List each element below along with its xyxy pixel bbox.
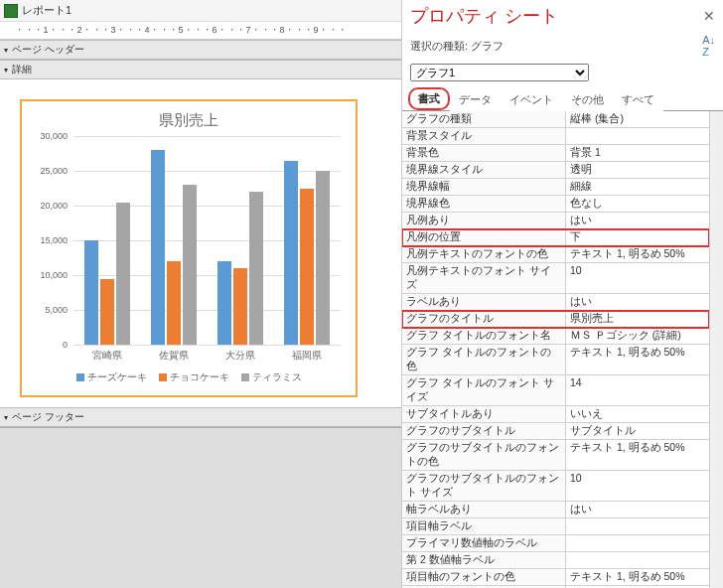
- object-selector[interactable]: グラフ1: [410, 64, 715, 81]
- property-name: 背景スタイル: [402, 128, 566, 144]
- property-row[interactable]: 凡例の位置下: [402, 229, 709, 246]
- y-axis: 05,00010,00015,00020,00025,00030,000: [32, 136, 72, 345]
- property-grid[interactable]: グラフの種類縦棒 (集合)背景スタイル背景色背景 1境界線スタイル透明境界線幅細…: [402, 111, 709, 588]
- property-name: グラフ タイトルのフォント名: [402, 328, 566, 344]
- property-value[interactable]: 背景 1: [566, 145, 709, 161]
- property-value[interactable]: 県別売上: [566, 311, 709, 327]
- property-value[interactable]: サブタイトル: [566, 423, 709, 439]
- property-row[interactable]: グラフ タイトルのフォントの色テキスト 1, 明るめ 50%: [402, 345, 709, 375]
- bar: [233, 268, 247, 345]
- property-value[interactable]: はい: [566, 213, 709, 228]
- property-value[interactable]: [566, 128, 709, 144]
- bar: [316, 171, 330, 345]
- bar: [84, 240, 98, 345]
- property-row[interactable]: ラベルありはい: [402, 294, 709, 311]
- section-page-header[interactable]: ▾ ページ ヘッダー: [0, 40, 401, 60]
- property-value[interactable]: 縦棒 (集合): [566, 111, 709, 127]
- property-row[interactable]: 項目軸ラベル: [402, 518, 709, 535]
- property-value[interactable]: テキスト 1, 明るめ 50%: [566, 440, 709, 470]
- property-value[interactable]: 10: [566, 471, 709, 501]
- detail-design-surface[interactable]: 県別売上 05,00010,00015,00020,00025,00030,00…: [0, 79, 401, 407]
- property-value[interactable]: [566, 535, 709, 551]
- y-tick: 5,000: [45, 305, 68, 315]
- property-name: グラフのサブタイトル: [402, 423, 566, 439]
- property-value[interactable]: 14: [566, 375, 709, 405]
- bar: [167, 261, 181, 345]
- property-row[interactable]: 項目軸のフォントの色テキスト 1, 明るめ 50%: [402, 569, 709, 586]
- property-name: 項目軸ラベル: [402, 518, 566, 534]
- property-row[interactable]: 凡例テキストのフォントの色テキスト 1, 明るめ 50%: [402, 246, 709, 263]
- selection-type-row: 選択の種類: グラフ A↓Z: [402, 32, 723, 62]
- property-tabs: 書式データイベントその他すべて: [402, 87, 723, 111]
- bar-group: [217, 136, 263, 345]
- property-value[interactable]: 透明: [566, 162, 709, 178]
- property-value[interactable]: [566, 518, 709, 534]
- property-row[interactable]: グラフの種類縦棒 (集合): [402, 111, 709, 128]
- section-label: 詳細: [12, 63, 32, 76]
- property-name: 背景色: [402, 145, 566, 161]
- property-value[interactable]: 色なし: [566, 196, 709, 212]
- collapse-icon: ▾: [4, 413, 8, 422]
- bar: [300, 189, 314, 346]
- section-page-footer[interactable]: ▾ ページ フッター: [0, 407, 401, 427]
- property-value[interactable]: はい: [566, 294, 709, 310]
- chart-object[interactable]: 県別売上 05,00010,00015,00020,00025,00030,00…: [20, 99, 358, 397]
- x-label: 福岡県: [292, 349, 322, 363]
- x-label: 宮崎県: [92, 349, 122, 363]
- footer-design-surface[interactable]: [0, 427, 401, 588]
- tab-その他[interactable]: その他: [562, 88, 613, 111]
- x-label: 大分県: [225, 349, 255, 363]
- property-name: 凡例の位置: [402, 229, 566, 245]
- property-row[interactable]: 背景色背景 1: [402, 145, 709, 162]
- property-value[interactable]: 細線: [566, 179, 709, 195]
- property-row[interactable]: グラフのサブタイトルのフォントの色テキスト 1, 明るめ 50%: [402, 440, 709, 471]
- property-row[interactable]: 境界線幅細線: [402, 179, 709, 196]
- close-icon[interactable]: ✕: [703, 8, 715, 24]
- property-row[interactable]: グラフのサブタイトルサブタイトル: [402, 423, 709, 440]
- report-title-bar: レポート1: [0, 0, 401, 22]
- property-row[interactable]: 背景スタイル: [402, 128, 709, 145]
- property-value[interactable]: いいえ: [566, 406, 709, 422]
- property-row[interactable]: グラフのタイトル県別売上: [402, 311, 709, 328]
- property-row[interactable]: 凡例テキストのフォント サイズ10: [402, 263, 709, 294]
- bar: [151, 150, 165, 345]
- section-label: ページ ヘッダー: [12, 43, 84, 57]
- chart-legend: チーズケーキチョコケーキティラミス: [32, 370, 346, 384]
- tab-イベント[interactable]: イベント: [501, 88, 562, 111]
- property-value[interactable]: [566, 552, 709, 568]
- property-name: 第 2 数値軸ラベル: [402, 552, 566, 568]
- property-row[interactable]: 境界線スタイル透明: [402, 162, 709, 179]
- property-row[interactable]: プライマリ数値軸のラベル: [402, 535, 709, 552]
- property-row[interactable]: 第 2 数値軸ラベル: [402, 552, 709, 569]
- property-value[interactable]: はい: [566, 502, 709, 517]
- tab-すべて[interactable]: すべて: [613, 88, 663, 111]
- property-value[interactable]: 10: [566, 263, 709, 293]
- property-row[interactable]: グラフのサブタイトルのフォント サイズ10: [402, 471, 709, 502]
- property-name: グラフのサブタイトルのフォント サイズ: [402, 471, 566, 501]
- property-row[interactable]: 境界線色色なし: [402, 196, 709, 213]
- tab-データ[interactable]: データ: [450, 88, 501, 111]
- legend-label: ティラミス: [252, 370, 302, 384]
- property-value[interactable]: テキスト 1, 明るめ 50%: [566, 345, 709, 374]
- object-select[interactable]: グラフ1: [410, 64, 589, 81]
- property-value[interactable]: テキスト 1, 明るめ 50%: [566, 246, 709, 262]
- section-detail[interactable]: ▾ 詳細: [0, 60, 401, 79]
- property-name: グラフのサブタイトルのフォントの色: [402, 440, 566, 470]
- property-row[interactable]: グラフ タイトルのフォント名ＭＳ Ｐゴシック (詳細): [402, 328, 709, 345]
- report-icon: [4, 4, 18, 18]
- property-name: グラフ タイトルのフォントの色: [402, 345, 566, 374]
- property-row[interactable]: グラフ タイトルのフォント サイズ14: [402, 375, 709, 406]
- sort-icon[interactable]: A↓Z: [702, 34, 715, 58]
- property-value[interactable]: ＭＳ Ｐゴシック (詳細): [566, 328, 709, 344]
- bar: [116, 203, 130, 346]
- property-value[interactable]: 下: [566, 229, 709, 245]
- property-value[interactable]: テキスト 1, 明るめ 50%: [566, 569, 709, 585]
- property-row[interactable]: サブタイトルありいいえ: [402, 406, 709, 423]
- vertical-scrollbar[interactable]: [709, 111, 723, 588]
- tab-書式[interactable]: 書式: [408, 87, 450, 110]
- bar: [284, 161, 298, 346]
- property-row[interactable]: 凡例ありはい: [402, 213, 709, 229]
- property-row[interactable]: 軸ラベルありはい: [402, 502, 709, 518]
- y-tick: 20,000: [40, 201, 68, 211]
- legend-item: チョコケーキ: [159, 370, 229, 384]
